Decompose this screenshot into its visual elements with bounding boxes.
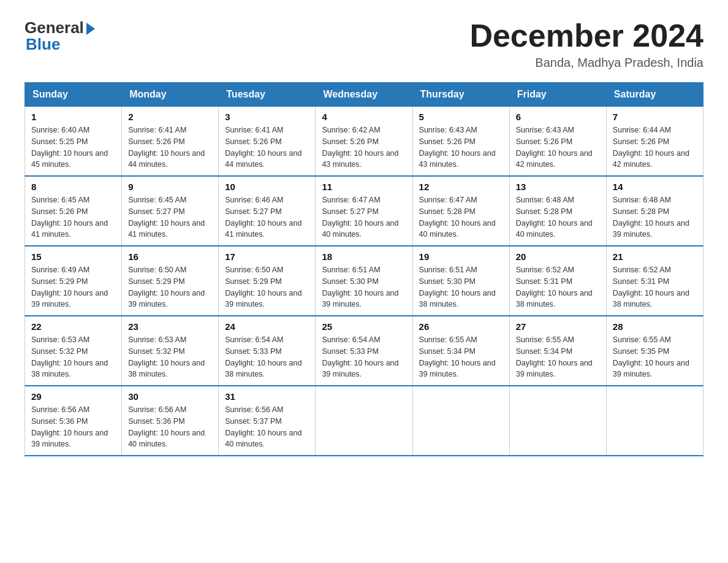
calendar-cell: 30Sunrise: 6:56 AMSunset: 5:36 PMDayligh… [122,386,219,456]
weekday-header-friday: Friday [509,83,606,107]
weekday-header-wednesday: Wednesday [316,83,412,107]
calendar-cell: 28Sunrise: 6:55 AMSunset: 5:35 PMDayligh… [606,316,703,386]
day-info: Sunrise: 6:54 AMSunset: 5:33 PMDaylight:… [322,334,406,380]
day-info: Sunrise: 6:50 AMSunset: 5:29 PMDaylight:… [128,264,212,310]
weekday-header-tuesday: Tuesday [219,83,316,107]
day-number: 19 [419,251,503,262]
day-number: 3 [225,112,309,122]
day-info: Sunrise: 6:52 AMSunset: 5:31 PMDaylight:… [516,264,600,310]
day-number: 4 [322,112,406,122]
day-info: Sunrise: 6:56 AMSunset: 5:36 PMDaylight:… [31,404,115,450]
title-section: December 2024 Banda, Madhya Pradesh, Ind… [469,18,703,70]
calendar-cell: 16Sunrise: 6:50 AMSunset: 5:29 PMDayligh… [122,246,219,316]
calendar-cell: 17Sunrise: 6:50 AMSunset: 5:29 PMDayligh… [219,246,316,316]
calendar-cell [412,386,509,456]
day-number: 20 [516,251,600,262]
day-number: 21 [613,251,697,262]
calendar-cell: 5Sunrise: 6:43 AMSunset: 5:26 PMDaylight… [412,107,509,177]
calendar-cell: 18Sunrise: 6:51 AMSunset: 5:30 PMDayligh… [316,246,412,316]
calendar-cell: 22Sunrise: 6:53 AMSunset: 5:32 PMDayligh… [25,316,122,386]
calendar-week-row: 22Sunrise: 6:53 AMSunset: 5:32 PMDayligh… [25,316,703,386]
day-number: 24 [225,321,309,332]
day-info: Sunrise: 6:48 AMSunset: 5:28 PMDaylight:… [613,194,697,240]
calendar-week-row: 1Sunrise: 6:40 AMSunset: 5:25 PMDaylight… [25,107,703,177]
day-number: 25 [322,321,406,332]
day-info: Sunrise: 6:51 AMSunset: 5:30 PMDaylight:… [322,264,406,310]
calendar-body: 1Sunrise: 6:40 AMSunset: 5:25 PMDaylight… [25,107,703,456]
calendar-cell: 8Sunrise: 6:45 AMSunset: 5:26 PMDaylight… [25,176,122,246]
day-info: Sunrise: 6:56 AMSunset: 5:37 PMDaylight:… [225,404,309,450]
day-info: Sunrise: 6:55 AMSunset: 5:35 PMDaylight:… [613,334,697,380]
day-info: Sunrise: 6:47 AMSunset: 5:27 PMDaylight:… [322,194,406,240]
calendar-cell: 29Sunrise: 6:56 AMSunset: 5:36 PMDayligh… [25,386,122,456]
calendar-cell: 3Sunrise: 6:41 AMSunset: 5:26 PMDaylight… [219,107,316,177]
day-number: 2 [128,112,212,122]
calendar-cell [606,386,703,456]
calendar-cell: 24Sunrise: 6:54 AMSunset: 5:33 PMDayligh… [219,316,316,386]
weekday-header-thursday: Thursday [412,83,509,107]
day-info: Sunrise: 6:48 AMSunset: 5:28 PMDaylight:… [516,194,600,240]
calendar-cell: 7Sunrise: 6:44 AMSunset: 5:26 PMDaylight… [606,107,703,177]
day-number: 15 [31,251,115,262]
logo-arrow-icon [86,23,95,35]
calendar-cell: 14Sunrise: 6:48 AMSunset: 5:28 PMDayligh… [606,176,703,246]
day-info: Sunrise: 6:40 AMSunset: 5:25 PMDaylight:… [31,124,115,170]
calendar-cell: 21Sunrise: 6:52 AMSunset: 5:31 PMDayligh… [606,246,703,316]
calendar-cell: 20Sunrise: 6:52 AMSunset: 5:31 PMDayligh… [509,246,606,316]
calendar-cell: 25Sunrise: 6:54 AMSunset: 5:33 PMDayligh… [316,316,412,386]
day-number: 6 [516,112,600,122]
day-info: Sunrise: 6:45 AMSunset: 5:26 PMDaylight:… [31,194,115,240]
day-number: 28 [613,321,697,332]
weekday-header-monday: Monday [122,83,219,107]
day-info: Sunrise: 6:50 AMSunset: 5:29 PMDaylight:… [225,264,309,310]
day-number: 30 [128,391,212,402]
day-number: 16 [128,251,212,262]
day-info: Sunrise: 6:56 AMSunset: 5:36 PMDaylight:… [128,404,212,450]
day-number: 10 [225,182,309,192]
day-number: 18 [322,251,406,262]
month-title: December 2024 [469,18,703,53]
day-number: 11 [322,182,406,192]
calendar-cell: 2Sunrise: 6:41 AMSunset: 5:26 PMDaylight… [122,107,219,177]
logo: General Blue [25,18,95,54]
page-header: General Blue December 2024 Banda, Madhya… [25,18,703,70]
weekday-header-sunday: Sunday [25,83,122,107]
day-number: 22 [31,321,115,332]
day-info: Sunrise: 6:43 AMSunset: 5:26 PMDaylight:… [419,124,503,170]
location-subtitle: Banda, Madhya Pradesh, India [469,56,703,70]
calendar-week-row: 29Sunrise: 6:56 AMSunset: 5:36 PMDayligh… [25,386,703,456]
calendar-week-row: 15Sunrise: 6:49 AMSunset: 5:29 PMDayligh… [25,246,703,316]
day-info: Sunrise: 6:43 AMSunset: 5:26 PMDaylight:… [516,124,600,170]
day-number: 26 [419,321,503,332]
day-number: 5 [419,112,503,122]
calendar-cell: 19Sunrise: 6:51 AMSunset: 5:30 PMDayligh… [412,246,509,316]
calendar-cell: 31Sunrise: 6:56 AMSunset: 5:37 PMDayligh… [219,386,316,456]
day-number: 13 [516,182,600,192]
calendar-cell [316,386,412,456]
day-info: Sunrise: 6:53 AMSunset: 5:32 PMDaylight:… [128,334,212,380]
weekday-header-saturday: Saturday [606,83,703,107]
calendar-cell: 23Sunrise: 6:53 AMSunset: 5:32 PMDayligh… [122,316,219,386]
weekday-header-row: SundayMondayTuesdayWednesdayThursdayFrid… [25,83,703,107]
calendar-cell: 4Sunrise: 6:42 AMSunset: 5:26 PMDaylight… [316,107,412,177]
day-number: 23 [128,321,212,332]
calendar-cell: 11Sunrise: 6:47 AMSunset: 5:27 PMDayligh… [316,176,412,246]
calendar-cell: 6Sunrise: 6:43 AMSunset: 5:26 PMDaylight… [509,107,606,177]
calendar-cell: 27Sunrise: 6:55 AMSunset: 5:34 PMDayligh… [509,316,606,386]
day-info: Sunrise: 6:42 AMSunset: 5:26 PMDaylight:… [322,124,406,170]
day-number: 7 [613,112,697,122]
calendar-week-row: 8Sunrise: 6:45 AMSunset: 5:26 PMDaylight… [25,176,703,246]
day-info: Sunrise: 6:53 AMSunset: 5:32 PMDaylight:… [31,334,115,380]
day-info: Sunrise: 6:49 AMSunset: 5:29 PMDaylight:… [31,264,115,310]
calendar-cell: 15Sunrise: 6:49 AMSunset: 5:29 PMDayligh… [25,246,122,316]
day-number: 27 [516,321,600,332]
day-info: Sunrise: 6:55 AMSunset: 5:34 PMDaylight:… [419,334,503,380]
calendar-cell: 10Sunrise: 6:46 AMSunset: 5:27 PMDayligh… [219,176,316,246]
calendar-cell: 13Sunrise: 6:48 AMSunset: 5:28 PMDayligh… [509,176,606,246]
day-info: Sunrise: 6:46 AMSunset: 5:27 PMDaylight:… [225,194,309,240]
calendar-cell: 1Sunrise: 6:40 AMSunset: 5:25 PMDaylight… [25,107,122,177]
calendar-cell: 12Sunrise: 6:47 AMSunset: 5:28 PMDayligh… [412,176,509,246]
day-number: 14 [613,182,697,192]
day-info: Sunrise: 6:54 AMSunset: 5:33 PMDaylight:… [225,334,309,380]
calendar-cell: 26Sunrise: 6:55 AMSunset: 5:34 PMDayligh… [412,316,509,386]
